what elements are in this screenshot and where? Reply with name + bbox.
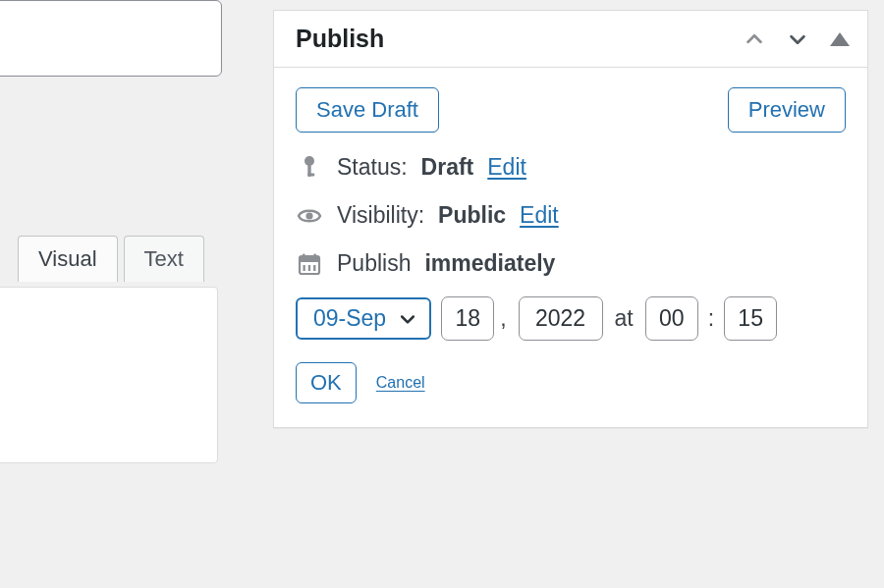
publish-metabox-header-controls: [744, 28, 850, 50]
timestamp-confirm-row: OK Cancel: [296, 362, 846, 403]
svg-point-3: [305, 212, 312, 219]
publish-metabox-title: Publish: [296, 25, 384, 53]
minute-input[interactable]: [724, 296, 777, 341]
key-icon: [296, 155, 323, 181]
svg-rect-9: [308, 265, 310, 271]
day-input[interactable]: [441, 296, 494, 341]
month-select[interactable]: 09-Sep: [296, 297, 431, 340]
at-label: at: [615, 305, 634, 332]
schedule-label: Publish: [337, 250, 411, 277]
month-select-value: 09-Sep: [313, 306, 386, 331]
tab-text[interactable]: Text: [124, 236, 204, 282]
svg-rect-2: [307, 173, 314, 176]
visibility-value: Public: [438, 202, 506, 229]
publish-metabox-header: Publish: [274, 11, 867, 68]
publish-actions-row: Save Draft Preview: [296, 87, 846, 133]
status-label: Status:: [337, 154, 408, 181]
toggle-panel-icon[interactable]: [830, 32, 850, 46]
editor-tabs: Visual Text: [18, 236, 210, 282]
schedule-line: Publish immediately: [296, 250, 846, 277]
visibility-label: Visibility:: [337, 202, 424, 229]
move-up-button[interactable]: [744, 28, 765, 50]
schedule-value: immediately: [424, 250, 555, 277]
svg-rect-8: [304, 265, 305, 271]
chevron-down-icon: [787, 28, 808, 50]
visibility-line: Visibility: Public Edit: [296, 202, 846, 229]
year-input[interactable]: [519, 296, 603, 341]
hour-input[interactable]: [645, 296, 698, 341]
cancel-link[interactable]: Cancel: [376, 374, 425, 392]
status-value: Draft: [421, 154, 474, 181]
publish-metabox-body: Save Draft Preview Status: Draft Edit Vi…: [274, 68, 867, 427]
status-line: Status: Draft Edit: [296, 154, 846, 181]
save-draft-button[interactable]: Save Draft: [296, 87, 439, 133]
eye-icon: [296, 206, 323, 226]
calendar-icon: [296, 252, 323, 276]
timestamp-row: 09-Sep , at :: [296, 296, 846, 341]
svg-rect-6: [303, 253, 305, 258]
chevron-down-icon: [398, 309, 417, 329]
chevron-up-icon: [744, 28, 765, 50]
status-edit-link[interactable]: Edit: [487, 154, 526, 181]
move-down-button[interactable]: [787, 28, 808, 50]
tab-visual[interactable]: Visual: [18, 236, 118, 282]
preview-button[interactable]: Preview: [728, 87, 846, 133]
publish-metabox: Publish Save Draft Preview Status: Draft…: [273, 10, 868, 428]
ok-button[interactable]: OK: [296, 362, 357, 403]
comma-separator: ,: [500, 305, 506, 332]
svg-rect-7: [313, 253, 316, 258]
editor-content-area[interactable]: [0, 287, 218, 463]
post-title-input[interactable]: [0, 0, 222, 77]
visibility-edit-link[interactable]: Edit: [520, 202, 559, 229]
colon-separator: :: [708, 305, 714, 332]
svg-rect-10: [313, 265, 315, 271]
